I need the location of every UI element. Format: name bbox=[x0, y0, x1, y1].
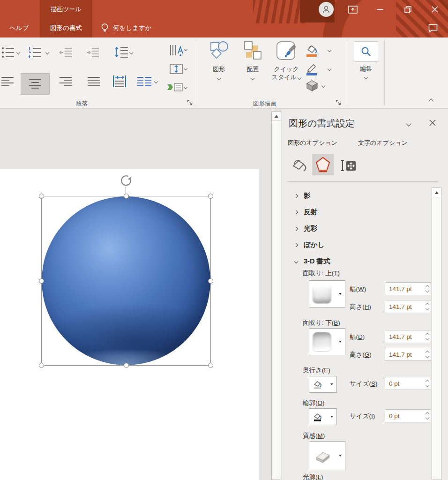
lighting-label: 光源(L) bbox=[303, 473, 323, 480]
resize-handle-sw[interactable] bbox=[39, 363, 44, 368]
bevel-top-picker-button[interactable] bbox=[309, 280, 345, 308]
tell-me-box[interactable]: 何をしますか bbox=[101, 19, 152, 38]
quick-styles-icon bbox=[275, 40, 298, 62]
shape-fill-button[interactable] bbox=[305, 43, 319, 59]
resize-handle-nw[interactable] bbox=[39, 194, 44, 199]
columns-dropdown-chevron[interactable] bbox=[154, 80, 158, 83]
bevel-bottom-height-input[interactable] bbox=[385, 348, 431, 361]
restore-button[interactable] bbox=[397, 0, 418, 19]
text-direction-button[interactable] bbox=[169, 44, 183, 58]
contour-color-picker-button[interactable] bbox=[309, 408, 337, 425]
section-reflection[interactable]: 反射 bbox=[295, 208, 317, 217]
tab-shape-format[interactable]: 図形の書式 bbox=[40, 19, 92, 38]
align-center-button-selected[interactable] bbox=[21, 73, 50, 95]
shape-fill-dropdown-chevron[interactable] bbox=[328, 48, 331, 52]
account-avatar[interactable] bbox=[319, 2, 334, 17]
resize-handle-se[interactable] bbox=[208, 363, 213, 368]
resize-handle-n[interactable] bbox=[124, 194, 129, 199]
arrange-button[interactable]: 配置 bbox=[238, 40, 267, 95]
bevel-bottom-picker-button[interactable] bbox=[309, 328, 345, 355]
spinner-up-icon[interactable] bbox=[426, 350, 430, 353]
collapse-ribbon-chevron[interactable] bbox=[428, 98, 433, 104]
paragraph-dialog-launcher[interactable] bbox=[187, 99, 193, 108]
spinner-down-icon[interactable] bbox=[426, 355, 430, 359]
insert-shapes-button[interactable]: 図形 bbox=[204, 40, 233, 95]
resize-handle-s[interactable] bbox=[124, 363, 129, 368]
drawing-dialog-launcher[interactable] bbox=[336, 99, 342, 108]
triangle-up-icon bbox=[275, 115, 278, 118]
contour-size-input[interactable] bbox=[385, 409, 431, 422]
decrease-indent-button[interactable] bbox=[59, 47, 72, 60]
close-button[interactable] bbox=[425, 0, 445, 19]
section-shadow[interactable]: 影 bbox=[295, 191, 311, 200]
resize-handle-ne[interactable] bbox=[208, 194, 213, 199]
pane-close-button[interactable] bbox=[429, 119, 436, 128]
section-glow[interactable]: 光彩 bbox=[295, 224, 317, 233]
size-properties-category-button[interactable] bbox=[340, 158, 357, 175]
shape-outline-button[interactable] bbox=[305, 62, 319, 78]
text-direction-icon bbox=[169, 44, 183, 56]
sphere-shape[interactable] bbox=[42, 196, 210, 365]
shape-effects-dropdown-chevron[interactable] bbox=[321, 84, 325, 88]
pane-collapse-chevron[interactable] bbox=[406, 121, 411, 126]
slide-editor-area[interactable] bbox=[0, 109, 282, 480]
convert-to-smartart-button[interactable] bbox=[167, 82, 183, 95]
bevel-bottom-width-input[interactable] bbox=[385, 330, 431, 343]
pane-divider bbox=[287, 181, 438, 182]
spinner-up-icon[interactable] bbox=[426, 379, 430, 382]
align-text-button[interactable] bbox=[170, 64, 183, 76]
line-spacing-dropdown-chevron[interactable] bbox=[129, 51, 133, 54]
editing-dropdown-chevron[interactable] bbox=[364, 75, 368, 79]
columns-button[interactable] bbox=[137, 76, 152, 89]
spinner-down-icon[interactable] bbox=[426, 337, 430, 341]
material-picker-button[interactable] bbox=[309, 441, 345, 470]
tab-shape-options[interactable]: 図形のオプション bbox=[288, 139, 337, 147]
align-right-button[interactable] bbox=[59, 76, 72, 89]
section-3d-format-expanded[interactable]: 3-D 書式 bbox=[295, 257, 330, 266]
tab-text-options[interactable]: 文字のオプション bbox=[358, 139, 408, 147]
spinner-up-icon[interactable] bbox=[426, 284, 430, 288]
increase-indent-button[interactable] bbox=[86, 47, 99, 60]
scroll-up-button[interactable] bbox=[432, 188, 441, 197]
fill-line-category-button[interactable] bbox=[289, 156, 307, 175]
text-direction-dropdown-chevron[interactable] bbox=[184, 47, 187, 51]
align-text-dropdown-chevron[interactable] bbox=[184, 67, 187, 70]
editor-vertical-scrollbar[interactable] bbox=[271, 111, 281, 480]
effects-category-button-selected[interactable] bbox=[312, 154, 334, 175]
shape-outline-dropdown-chevron[interactable] bbox=[328, 67, 331, 71]
spinner-down-icon[interactable] bbox=[426, 384, 430, 388]
spinner-up-icon[interactable] bbox=[426, 302, 430, 306]
pane-vertical-scrollbar[interactable] bbox=[432, 188, 441, 480]
depth-size-input[interactable] bbox=[385, 377, 431, 390]
feedback-button[interactable] bbox=[423, 19, 443, 38]
tab-help[interactable]: ヘルプ bbox=[4, 19, 35, 38]
spinner-up-icon[interactable] bbox=[426, 411, 430, 415]
distribute-text-button[interactable] bbox=[112, 75, 127, 90]
spinner-up-icon[interactable] bbox=[426, 332, 430, 336]
smartart-dropdown-chevron[interactable] bbox=[184, 85, 187, 89]
spinner-down-icon[interactable] bbox=[426, 289, 430, 293]
align-left-button[interactable] bbox=[1, 76, 14, 89]
numbering-button[interactable] bbox=[28, 46, 42, 61]
spinner-down-icon[interactable] bbox=[426, 416, 430, 420]
bevel-top-width-input[interactable] bbox=[385, 282, 431, 295]
editing-button[interactable] bbox=[354, 41, 378, 62]
spinner-down-icon[interactable] bbox=[426, 307, 430, 311]
line-spacing-button[interactable] bbox=[114, 45, 128, 60]
resize-handle-e[interactable] bbox=[208, 278, 213, 284]
bevel-top-height-input[interactable] bbox=[385, 300, 431, 313]
justify-button[interactable] bbox=[87, 76, 100, 89]
minimize-button[interactable] bbox=[370, 0, 390, 19]
quick-styles-button[interactable]: クイック スタイル bbox=[271, 40, 302, 95]
shape-effects-button[interactable] bbox=[306, 80, 319, 94]
ribbon-display-options-button[interactable] bbox=[343, 0, 363, 19]
dropdown-arrow-icon bbox=[339, 341, 342, 343]
rotate-handle-icon[interactable] bbox=[120, 175, 132, 187]
scroll-up-button[interactable] bbox=[272, 112, 281, 121]
bullets-dropdown-chevron[interactable] bbox=[16, 51, 20, 54]
resize-handle-w[interactable] bbox=[39, 278, 44, 284]
numbering-dropdown-chevron[interactable] bbox=[45, 51, 49, 54]
depth-color-picker-button[interactable] bbox=[309, 376, 337, 393]
bullets-button[interactable] bbox=[1, 46, 15, 61]
section-soft-edges[interactable]: ぼかし bbox=[295, 240, 325, 249]
